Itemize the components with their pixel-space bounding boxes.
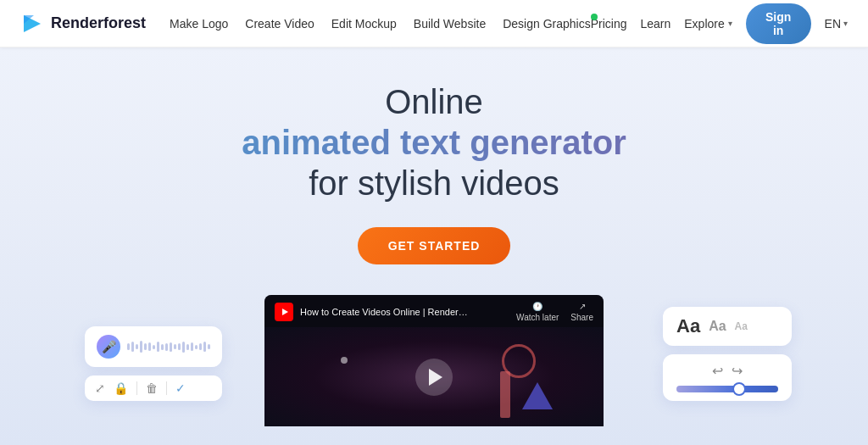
video-play-button[interactable]: [415, 359, 453, 396]
video-title: How to Create Videos Online | Renderfore…: [300, 307, 470, 317]
nav-learn[interactable]: Learn: [640, 17, 670, 31]
crop-icon[interactable]: ⤢: [95, 381, 105, 395]
watch-later-label: Watch later: [516, 313, 559, 322]
rotate-left-icon[interactable]: ↩: [712, 363, 723, 379]
nav-explore[interactable]: Explore ▾: [684, 17, 732, 31]
video-top-left: How to Create Videos Online | Renderfore…: [275, 303, 470, 321]
nav-create-video[interactable]: Create Video: [245, 17, 314, 31]
logo-text: Renderforest: [51, 14, 146, 32]
share-icon: ↗: [579, 302, 586, 311]
share-label: Share: [570, 313, 593, 322]
nav-links: Make Logo Create Video Edit Mockup Build…: [170, 17, 591, 31]
navbar-left: Renderforest Make Logo Create Video Edit…: [20, 12, 591, 36]
logo-icon: [20, 12, 44, 36]
lock-icon[interactable]: 🔒: [114, 381, 128, 395]
left-panel: 🎤: [85, 326, 222, 401]
get-started-button[interactable]: GET STARTED: [358, 227, 511, 264]
video-top-right: 🕐 Watch later ↗ Share: [516, 302, 593, 322]
video-dot-shape: [341, 357, 348, 364]
nav-edit-mockup[interactable]: Edit Mockup: [331, 17, 397, 31]
hero-title-line2: animated text generator: [17, 122, 851, 163]
hero-section: Online animated text generator for styli…: [0, 47, 868, 445]
new-badge: [591, 14, 598, 20]
slider-thumb: [732, 382, 746, 396]
color-slider[interactable]: [676, 386, 778, 392]
nav-design-graphics[interactable]: Design Graphics: [503, 17, 591, 31]
clock-icon: 🕐: [532, 302, 542, 311]
signin-button[interactable]: Sign in: [746, 3, 811, 44]
font-size-medium[interactable]: Aa: [709, 319, 726, 334]
video-bar-shape: [500, 371, 510, 418]
font-size-small[interactable]: Aa: [735, 320, 748, 332]
waveform: [127, 341, 210, 353]
video-thumbnail[interactable]: How to Create Videos Online | Renderfore…: [264, 295, 604, 426]
mic-card: 🎤: [85, 326, 222, 367]
nav-build-website[interactable]: Build Website: [414, 17, 486, 31]
toolbar-card: ⤢ 🔒 🗑 ✓: [85, 375, 222, 401]
font-size-large[interactable]: Aa: [676, 315, 700, 337]
hero-title-line1: Online: [17, 81, 851, 122]
language-selector[interactable]: EN ▾: [825, 17, 848, 31]
navbar-right: Pricing Learn Explore ▾ Sign in EN ▾: [591, 3, 848, 44]
check-icon[interactable]: ✓: [175, 381, 186, 395]
mic-icon: 🎤: [97, 335, 120, 359]
nav-make-logo[interactable]: Make Logo: [170, 17, 228, 31]
share-button[interactable]: ↗ Share: [570, 302, 593, 322]
video-inner: How to Create Videos Online | Renderfore…: [264, 295, 604, 426]
navbar: Renderforest Make Logo Create Video Edit…: [0, 0, 868, 47]
video-top-bar: How to Create Videos Online | Renderfore…: [264, 295, 604, 327]
youtube-icon: [275, 303, 293, 321]
toolbar-divider2: [166, 381, 167, 395]
watch-later-button[interactable]: 🕐 Watch later: [516, 302, 559, 322]
font-size-card: Aa Aa Aa: [663, 307, 792, 346]
trash-icon[interactable]: 🗑: [146, 381, 158, 395]
rotate-card: ↩ ↪: [663, 354, 792, 401]
lang-chevron-icon: ▾: [843, 19, 848, 28]
hero-bottom: 🎤: [17, 295, 851, 426]
toolbar-divider: [136, 381, 137, 395]
rotate-right-icon[interactable]: ↪: [732, 363, 743, 379]
logo[interactable]: Renderforest: [20, 12, 146, 36]
hero-title-line3: for stylish videos: [17, 163, 851, 203]
explore-chevron-icon: ▾: [728, 19, 732, 28]
video-triangle-shape: [522, 382, 553, 409]
rotate-icons: ↩ ↪: [676, 363, 778, 379]
video-content: [264, 327, 604, 426]
right-panel: Aa Aa Aa ↩ ↪: [663, 307, 792, 401]
